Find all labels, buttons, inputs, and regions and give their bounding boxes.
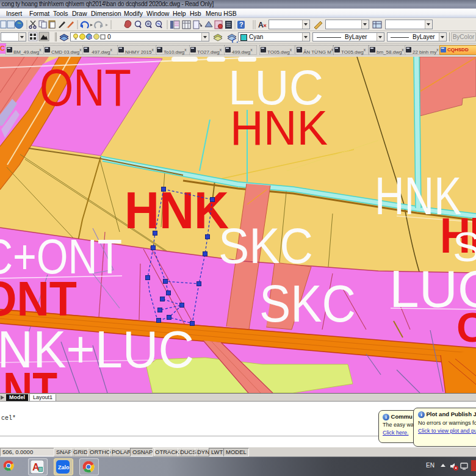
svg-text:A: A (258, 21, 264, 29)
svg-text:SKC: SKC (259, 274, 356, 333)
svg-text:Zalo: Zalo (58, 464, 70, 471)
svg-text:?: ? (239, 21, 243, 28)
svg-text:NT: NT (3, 362, 57, 393)
svg-text:ONT: ONT (40, 59, 131, 117)
svg-text:HNK: HNK (124, 181, 229, 239)
svg-text:SKC: SKC (218, 218, 313, 273)
svg-text:ONT: ONT (0, 272, 77, 326)
svg-text:SK: SK (453, 223, 476, 270)
svg-text:HNK: HNK (230, 101, 328, 155)
svg-text:C: C (456, 304, 476, 350)
